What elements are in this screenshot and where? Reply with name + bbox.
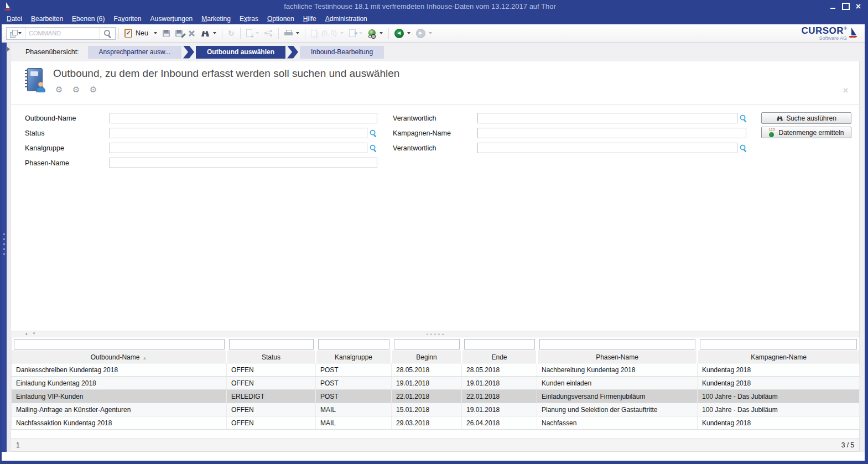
neu-button[interactable]: Neu [122,26,160,40]
clipboard-button[interactable]: (0, 0) [308,26,346,40]
export-button[interactable] [346,26,365,40]
back-dropdown-caret[interactable] [407,32,410,34]
menu-bearbeiten[interactable]: Bearbeiten [27,14,67,24]
menu-favoriten[interactable]: Favoriten [109,14,145,24]
clipboard-pages-icon [311,30,317,37]
filter-phasen-name[interactable] [539,339,695,350]
toolbar-separator [278,28,279,39]
outbound-name-input[interactable] [110,113,377,123]
column-header-kampagnen-name[interactable]: Kampagnen-Name [698,351,860,363]
record-position-indicator: 3 / 5 [841,441,854,449]
filter-status[interactable] [229,339,314,350]
verantwortlich2-input[interactable] [477,143,737,153]
menu-ebenen[interactable]: Ebenen (6) [67,14,109,24]
filter-outbound-name[interactable] [14,339,225,350]
table-row-selected[interactable]: Einladung VIP-KundenERLEDIGT POST22.01.2… [12,390,860,403]
minimize-icon[interactable] [828,2,838,11]
filter-kanalgruppe[interactable] [318,339,389,350]
table-row[interactable]: Nachfassaktion Kundentag 2018OFFEN MAIL2… [12,416,860,430]
filter-ende[interactable] [464,339,535,350]
column-header-ende[interactable]: Ende [462,351,537,363]
export-icon [349,29,356,37]
menu-hilfe[interactable]: Hilfe [299,14,321,24]
process-cancel-icon[interactable]: ⚙ [90,86,100,96]
menubar: Datei Bearbeiten Ebenen (6) Favoriten Au… [0,13,868,24]
splitter-arrows-icon[interactable]: ▴ ▾ [25,332,37,336]
menu-datei[interactable]: Datei [2,14,27,24]
close-icon[interactable] [854,2,863,11]
table-row[interactable]: Dankesschreiben Kundentag 2018OFFEN POST… [12,363,860,377]
delete-button[interactable] [185,26,198,40]
splitter-drag-handle[interactable] [427,333,444,335]
print-dropdown-caret[interactable] [296,32,299,34]
phase-arrow-icon [183,46,194,59]
kanalgruppe-input[interactable] [110,143,367,153]
new-document-button[interactable] [243,26,262,40]
cursor-logo: CURSOR ® Software AG [801,25,861,41]
cascade-dropdown-caret[interactable] [18,32,22,34]
verantwortlich-lookup-icon[interactable] [740,114,747,122]
cascade-windows-button[interactable] [7,28,25,39]
datenmenge-ermitteln-button[interactable]: Datenmenge ermitteln [761,127,851,138]
phase-outbound[interactable]: Outbound auswählen [196,46,285,59]
contact-dropdown-caret[interactable] [380,32,383,34]
filter-kampagnen-name[interactable] [700,339,857,350]
workflow-button[interactable] [262,26,276,40]
status-lookup-icon[interactable] [370,129,377,137]
search-dropdown-caret[interactable] [213,32,216,34]
kanalgruppe-lookup-icon[interactable] [370,144,377,152]
navigate-back-button[interactable]: ◀ [392,26,413,40]
phase-arrow-icon [287,46,298,59]
navigate-forward-button[interactable]: ▶ [413,26,435,40]
outbound-search-panel: Outbound, zu dem der Inbound erfasst wer… [11,61,860,452]
left-panel-expand-icon[interactable] [7,47,10,51]
table-row[interactable]: Einladung Kundentag 2018OFFEN POST19.01.… [12,377,860,390]
column-header-kanalgruppe[interactable]: Kanalgruppe [316,351,392,363]
refresh-button[interactable]: ↻ [225,26,237,40]
panel-close-icon[interactable]: × [843,86,848,96]
new-document-dropdown-caret[interactable] [256,32,259,34]
export-dropdown-caret[interactable] [359,32,362,34]
search-records-button[interactable] [198,26,219,40]
contact-search-button[interactable] [365,26,386,40]
left-panel-collapsed[interactable] [2,43,7,452]
cascade-windows-icon [10,30,17,37]
clipboard-dropdown-caret[interactable] [340,32,344,34]
field-label: Verantwortlich [393,144,477,152]
menu-auswertungen[interactable]: Auswertungen [146,14,197,24]
kampagnen-name-input[interactable] [477,128,746,138]
menu-marketing[interactable]: Marketing [197,14,235,24]
splitter-bar[interactable]: ▴ ▾ [11,331,859,337]
print-button[interactable] [282,26,302,40]
table-row[interactable]: Mailing-Anfrage an Künstler-AgenturenOFF… [12,403,860,416]
phasen-name-input[interactable] [110,158,377,168]
filter-row [12,337,860,351]
save-close-button[interactable] [173,26,185,40]
verantwortlich-input[interactable] [477,113,737,123]
left-panel-drag-handle[interactable] [3,233,5,255]
field-label: Verantwortlich [393,114,477,122]
menu-administration[interactable]: Administration [321,14,372,24]
menu-extras[interactable]: Extras [235,14,263,24]
column-header-beginn[interactable]: Beginn [392,351,462,363]
neu-dropdown-caret[interactable] [154,32,157,34]
process-pause-icon[interactable]: ⚙ [72,86,82,96]
command-input[interactable] [29,30,96,37]
process-continue-icon[interactable]: ⚙ [55,86,65,96]
status-input[interactable] [110,128,367,138]
filter-beginn[interactable] [394,339,460,350]
command-search-button[interactable] [100,28,115,39]
verantwortlich2-lookup-icon[interactable] [740,144,747,152]
results-grid: Outbound-Name▲ Status Kanalgruppe Beginn… [11,337,859,430]
maximize-icon[interactable] [841,2,850,11]
column-header-outbound-name[interactable]: Outbound-Name▲ [12,351,227,363]
save-button[interactable] [160,26,173,40]
suche-ausfuehren-button[interactable]: Suche ausführen [761,112,851,124]
field-label: Kanalgruppe [25,144,110,152]
forward-dropdown-caret[interactable] [429,32,432,34]
column-header-status[interactable]: Status [227,351,316,363]
phase-ansprechpartner[interactable]: Ansprechpartner ausw... [88,46,181,59]
menu-optionen[interactable]: Optionen [263,14,299,24]
column-header-phasen-name[interactable]: Phasen-Name [537,351,698,363]
phase-inbound[interactable]: Inbound-Bearbeitung [300,46,384,59]
